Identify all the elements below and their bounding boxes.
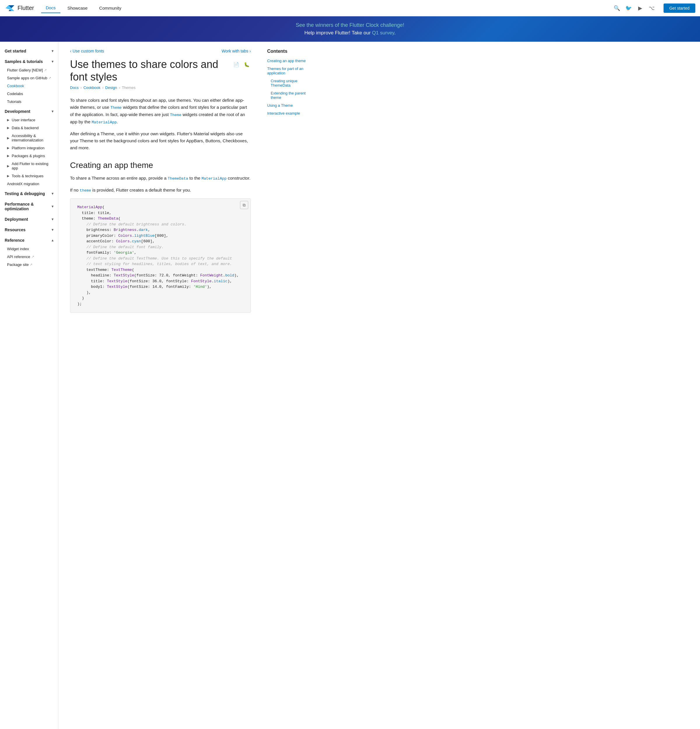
prev-page-link[interactable]: ‹ Use custom fonts [70,49,104,53]
sidebar-item-tools-techniques[interactable]: ▶ Tools & techniques [0,172,58,180]
sidebar-section-header-development[interactable]: Development ▾ [0,107,58,116]
sidebar-section-label: Testing & debugging [5,191,45,196]
sidebar-item-accessibility[interactable]: ▶ Accessibility & internationalization [0,132,58,144]
breadcrumb-design[interactable]: Design [105,86,117,90]
sidebar-item-api-reference[interactable]: API reference ↗ [0,253,58,261]
arrow-icon: ▶ [7,174,9,178]
arrow-icon: ▶ [7,126,9,130]
chevron-down-icon: ▾ [52,192,54,196]
chevron-down-icon: ▾ [52,109,54,113]
code-line: // Define the default font family. [77,244,244,250]
report-issue-icon[interactable]: 🐛 [243,60,251,68]
breadcrumb-docs[interactable]: Docs [70,86,79,90]
theme-link-1[interactable]: Theme [110,106,122,110]
chevron-up-icon: ▴ [52,238,54,243]
sidebar-item-add-flutter[interactable]: ▶ Add Flutter to existing app [0,160,58,172]
code-line: // text styling for headlines, titles, b… [77,261,244,267]
contents-link-creating-app-theme[interactable]: Creating an app theme [267,57,316,64]
sidebar-item-packages-plugins[interactable]: ▶ Packages & plugins [0,152,58,160]
themedata-link[interactable]: ThemeData [168,176,188,181]
sidebar-item-androidx[interactable]: AndroidX migration [0,180,58,188]
edit-page-icon[interactable]: 📄 [232,60,240,68]
sidebar-item-data-backend[interactable]: ▶ Data & backend [0,124,58,132]
sidebar-item-flutter-gallery[interactable]: Flutter Gallery [NEW] ↗ [0,66,58,74]
twitter-icon[interactable]: 🐦 [625,5,632,12]
page-layout: Get started ▾ Samples & tutorials ▾ Flut… [0,42,700,729]
prev-page-label: Use custom fonts [73,49,104,53]
sidebar-section-get-started: Get started ▾ [0,46,58,56]
sidebar-section-header-get-started[interactable]: Get started ▾ [0,46,58,56]
banner-line2: Help improve Flutter! Take our Q1 survey… [5,30,695,36]
materialapp-link-2[interactable]: MaterialApp [202,176,227,181]
sidebar-section-reference: Reference ▴ Widget index API reference ↗… [0,235,58,269]
code-line: ); [77,301,244,307]
sidebar-item-widget-index[interactable]: Widget index [0,245,58,253]
sidebar-section-header-resources[interactable]: Resources ▾ [0,225,58,234]
main-content: ‹ Use custom fonts Work with tabs › Use … [58,42,263,729]
intro-paragraph-1: To share colors and font styles througho… [70,97,251,125]
theme-inline-link[interactable]: theme [80,188,91,193]
external-link-icon: ↗ [32,255,34,258]
sidebar-section-testing: Testing & debugging ▾ [0,189,58,198]
breadcrumb-sep: › [102,86,103,90]
contents-link-extending-parent[interactable]: Extending the parent theme [267,90,316,101]
code-line: title: title, [77,210,244,216]
sidebar-item-tutorials[interactable]: Tutorials [0,98,58,106]
arrow-icon: ▶ [7,164,9,168]
arrow-icon: ▶ [7,136,9,140]
sidebar-section-header-performance[interactable]: Performance & optimization ▾ [0,199,58,213]
sidebar-item-package-site[interactable]: Package site ↗ [0,261,58,269]
s1p2-prefix: If no [70,187,80,192]
next-page-link[interactable]: Work with tabs › [222,49,251,53]
contents-link-using-theme[interactable]: Using a Theme [267,102,316,109]
github-icon[interactable]: ⌥ [648,5,655,12]
contents-link-themes-part[interactable]: Themes for part of an application [267,65,316,76]
sidebar-section-header-testing[interactable]: Testing & debugging ▾ [0,189,58,198]
sidebar-item-codelabs[interactable]: Codelabs [0,90,58,98]
external-link-icon: ↗ [30,263,32,267]
intro-text-1d: . [117,119,118,124]
intro-paragraph-2: After defining a Theme, use it within yo… [70,130,251,151]
youtube-icon[interactable]: ▶ [637,5,644,12]
chevron-down-icon: ▾ [52,217,54,221]
contents-title: Contents [267,49,316,54]
sidebar-section-header-samples[interactable]: Samples & tutorials ▾ [0,57,58,66]
nav-community[interactable]: Community [94,3,126,13]
materialapp-link[interactable]: MaterialApp [91,120,117,125]
nav-showcase[interactable]: Showcase [63,3,92,13]
banner-survey-link[interactable]: Q1 survey [372,30,394,36]
external-link-icon: ↗ [48,76,51,80]
contents-link-creating-unique[interactable]: Creating unique ThemeData [267,78,316,89]
sidebar-item-platform-integration[interactable]: ▶ Platform integration [0,144,58,152]
copy-code-button[interactable]: ⧉ [240,201,248,209]
sidebar-item-user-interface[interactable]: ▶ User interface [0,116,58,124]
sidebar-section-label: Reference [5,238,25,243]
contents-link-interactive-example[interactable]: Interactive example [267,110,316,117]
external-link-icon: ↗ [44,68,46,72]
arrow-icon: ▶ [7,146,9,150]
chevron-down-icon: ▾ [52,228,54,232]
get-started-button[interactable]: Get started [664,3,695,13]
breadcrumb-cookbook[interactable]: Cookbook [83,86,101,90]
code-block: ⧉ MaterialApp( title: title, theme: Them… [70,198,251,313]
sidebar-section-resources: Resources ▾ [0,225,58,234]
prev-next-navigation: ‹ Use custom fonts Work with tabs › [70,49,251,53]
code-line: ), [77,290,244,296]
theme-link-2[interactable]: Theme [170,113,182,117]
breadcrumb-sep: › [119,86,120,90]
chevron-down-icon: ▾ [52,49,54,53]
sidebar-item-cookbook[interactable]: Cookbook [0,82,58,90]
nav-docs[interactable]: Docs [41,3,60,13]
code-line: theme: ThemeData( [77,216,244,222]
sidebar-section-header-deployment[interactable]: Deployment ▾ [0,215,58,224]
logo-link[interactable]: Flutter [5,3,34,13]
code-line: headline: TextStyle(fontSize: 72.0, font… [77,273,244,279]
sidebar-item-sample-apps[interactable]: Sample apps on GitHub ↗ [0,74,58,82]
search-icon[interactable]: 🔍 [613,5,620,12]
chevron-down-icon: ▾ [52,60,54,64]
code-line: body1: TextStyle(fontSize: 14.0, fontFam… [77,284,244,290]
sidebar-section-label: Performance & optimization [5,202,52,211]
logo-text: Flutter [17,5,34,12]
sidebar-section-header-reference[interactable]: Reference ▴ [0,235,58,245]
sidebar-section-label: Get started [5,49,26,53]
